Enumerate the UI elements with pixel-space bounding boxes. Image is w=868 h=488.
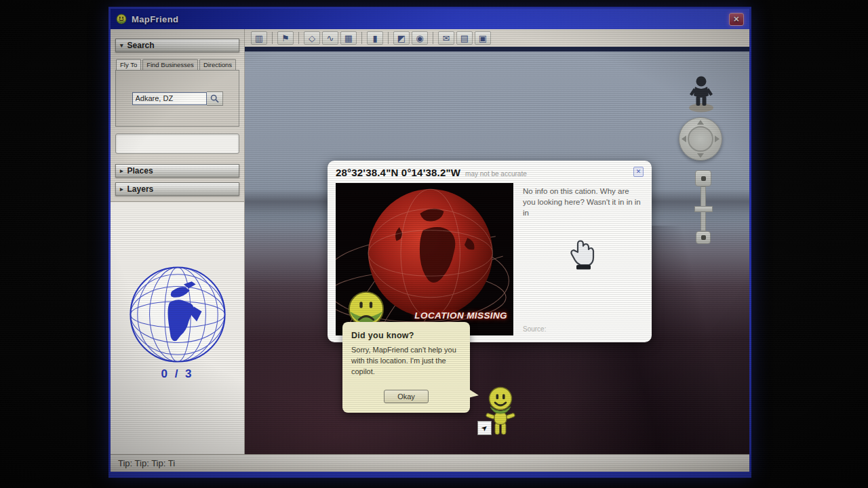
caret-right-icon: ▸	[120, 167, 123, 174]
zoom-track[interactable]	[701, 186, 706, 231]
sidebar-toggle-icon[interactable]: ▥	[251, 31, 267, 45]
accuracy-note: may not be accurate	[465, 170, 527, 178]
pegman-control[interactable]	[686, 74, 717, 116]
search-tabs: Fly To Find Businesses Directions	[115, 59, 239, 70]
title-bar[interactable]: MapFriend ✕	[111, 9, 749, 29]
main-column: ▥ ⚑ ◇ ∿ ▦ ▮ ◩ ◉ ✉ ▤ ▣	[245, 29, 749, 454]
did-you-know-bubble: Did you know? Sorry, MapFriend can't hel…	[342, 322, 470, 413]
pegman-icon	[686, 74, 717, 113]
save-icon[interactable]: ▣	[475, 31, 491, 45]
search-panel-header[interactable]: ▾ Search	[115, 39, 239, 52]
tab-directions[interactable]: Directions	[199, 59, 236, 70]
tab-find-businesses[interactable]: Find Businesses	[142, 59, 198, 70]
print-icon[interactable]: ▤	[456, 31, 473, 45]
search-panel-label: Search	[127, 41, 155, 50]
layers-panel-label: Layers	[127, 184, 154, 194]
status-tip-text: Tip: Tip: Tip: Ti	[118, 458, 175, 468]
tooltip-body: Sorry, MapFriend can't help you with thi…	[351, 345, 461, 378]
fly-to-input[interactable]	[132, 92, 207, 105]
cursor-badge-icon: ➤	[477, 421, 492, 435]
sidebar: ▾ Search Fly To Find Businesses Directio…	[111, 29, 245, 454]
balloon-header: 28°32'38.4"N 0°14'38.2"W may not be accu…	[336, 167, 644, 178]
toolbar-separator	[298, 32, 299, 44]
pan-ring-center[interactable]	[688, 126, 713, 152]
status-bar: Tip: Tip: Tip: Ti	[111, 454, 749, 472]
layers-panel-header[interactable]: ▸ Layers	[115, 182, 239, 196]
window-close-button[interactable]: ✕	[729, 13, 744, 26]
okay-button[interactable]: Okay	[384, 390, 429, 403]
app-logo-smiley-icon	[116, 14, 127, 24]
toolbar-separator	[388, 32, 389, 44]
zoom-out-button[interactable]	[696, 231, 711, 244]
pan-ring-control[interactable]	[679, 117, 722, 161]
ruler-icon[interactable]: ▮	[367, 31, 383, 45]
map-viewport[interactable]: 28°32'38.4"N 0°14'38.2"W may not be accu…	[245, 47, 749, 454]
fly-to-panel	[115, 70, 239, 127]
pan-up-icon[interactable]	[697, 120, 704, 125]
path-icon[interactable]: ∿	[322, 31, 338, 45]
toolbar-separator	[361, 32, 362, 44]
window-title: MapFriend	[132, 14, 178, 24]
no-info-text: No info on this cation. Why are you look…	[523, 186, 642, 219]
pan-down-icon[interactable]	[697, 153, 704, 158]
tooltip-heading: Did you know?	[351, 331, 461, 340]
coordinates-title: 28°32'38.4"N 0°14'38.2"W	[336, 167, 460, 178]
balloon-text-column: No info on this cation. Why are you look…	[513, 183, 644, 336]
location-missing-image: LOCATION MISSING	[336, 183, 513, 336]
location-missing-caption: LOCATION MISSING	[414, 310, 507, 321]
zoom-in-button[interactable]	[695, 170, 711, 186]
pan-left-icon[interactable]	[682, 136, 686, 142]
globe-view-icon[interactable]: ◉	[412, 31, 428, 45]
search-submit-button[interactable]	[207, 92, 223, 106]
image-overlay-icon[interactable]: ▦	[340, 31, 357, 45]
globe-wireframe-icon	[127, 264, 228, 365]
pan-right-icon[interactable]	[715, 136, 719, 142]
tab-fly-to[interactable]: Fly To	[116, 59, 141, 70]
placemark-icon[interactable]: ⚑	[277, 31, 294, 45]
toolbar-separator	[433, 32, 433, 44]
search-results-list[interactable]	[115, 134, 239, 154]
balloon-close-button[interactable]: ✕	[633, 167, 644, 177]
source-label: Source:	[523, 325, 642, 336]
magnifier-icon	[210, 94, 219, 103]
app-body: ▾ Search Fly To Find Businesses Directio…	[111, 29, 749, 454]
balloon-body: LOCATION MISSING No info on this cation.…	[336, 183, 644, 336]
location-info-balloon: 28°32'38.4"N 0°14'38.2"W may not be accu…	[328, 161, 652, 342]
crt-screen: MapFriend ✕ ▾ Search Fly To Find Busines…	[0, 0, 868, 488]
email-icon[interactable]: ✉	[438, 31, 454, 45]
toolbar: ▥ ⚑ ◇ ∿ ▦ ▮ ◩ ◉ ✉ ▤ ▣	[245, 29, 749, 47]
zoom-handle[interactable]	[694, 206, 713, 212]
places-panel-label: Places	[127, 166, 153, 176]
globe-progress-area: 0 / 3	[111, 201, 244, 454]
caret-right-icon: ▸	[120, 186, 123, 192]
polygon-icon[interactable]: ◇	[304, 31, 320, 45]
hand-cursor-icon	[567, 237, 598, 275]
caret-down-icon: ▾	[120, 42, 123, 49]
photo-icon[interactable]: ◩	[393, 31, 410, 45]
toolbar-separator	[272, 32, 273, 44]
mapfriend-window: MapFriend ✕ ▾ Search Fly To Find Busines…	[108, 7, 751, 478]
zoom-slider	[694, 170, 713, 244]
location-counter: 0 / 3	[161, 367, 193, 381]
places-panel-header[interactable]: ▸ Places	[115, 164, 239, 178]
